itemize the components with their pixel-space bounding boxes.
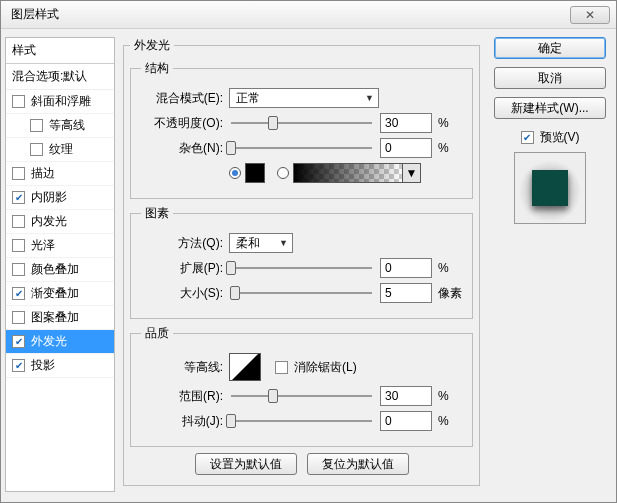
color-radio[interactable] [229,167,241,179]
close-icon: ✕ [585,8,595,22]
size-input[interactable]: 5 [380,283,432,303]
blend-mode-dropdown[interactable]: 正常 ▼ [229,88,379,108]
jitter-input[interactable]: 0 [380,411,432,431]
size-label: 大小(S): [141,285,229,302]
method-label: 方法(Q): [141,235,229,252]
cancel-button[interactable]: 取消 [494,67,606,89]
elements-legend: 图素 [141,205,173,222]
spread-input[interactable]: 0 [380,258,432,278]
style-item-outer-glow[interactable]: ✔外发光 [6,330,114,354]
style-item-inner-glow[interactable]: 内发光 [6,210,114,234]
style-item-gradient-overlay[interactable]: ✔渐变叠加 [6,282,114,306]
gradient-dropdown-button[interactable]: ▼ [403,163,421,183]
jitter-slider[interactable] [231,412,372,430]
opacity-label: 不透明度(O): [141,115,229,132]
noise-label: 杂色(N): [141,140,229,157]
style-item-contour[interactable]: 等高线 [6,114,114,138]
style-label: 内发光 [31,213,67,230]
preview-thumbnail [514,152,586,224]
opacity-input[interactable]: 30 [380,113,432,133]
main-panel: 外发光 结构 混合模式(E): 正常 ▼ 不透明度(O): 30 [115,37,488,492]
sidebar-header: 样式 [6,38,114,64]
style-item-color-overlay[interactable]: 颜色叠加 [6,258,114,282]
checkbox[interactable] [30,119,43,132]
color-swatch[interactable] [245,163,265,183]
right-column: 确定 取消 新建样式(W)... ✔ 预览(V) [488,37,606,492]
contour-label: 等高线: [141,359,229,376]
method-value: 柔和 [236,235,260,252]
style-item-inner-shadow[interactable]: ✔内阴影 [6,186,114,210]
style-label: 颜色叠加 [31,261,79,278]
style-item-pattern-overlay[interactable]: 图案叠加 [6,306,114,330]
method-dropdown[interactable]: 柔和 ▼ [229,233,293,253]
checkbox[interactable]: ✔ [12,287,25,300]
style-item-bevel[interactable]: 斜面和浮雕 [6,90,114,114]
set-default-button[interactable]: 设置为默认值 [195,453,297,475]
noise-unit: % [432,141,462,155]
noise-slider[interactable] [231,139,372,157]
reset-default-button[interactable]: 复位为默认值 [307,453,409,475]
checkbox[interactable] [12,167,25,180]
quality-legend: 品质 [141,325,173,342]
range-input[interactable]: 30 [380,386,432,406]
checkbox[interactable] [12,311,25,324]
gradient-swatch[interactable] [293,163,403,183]
spread-label: 扩展(P): [141,260,229,277]
style-label: 渐变叠加 [31,285,79,302]
checkbox[interactable] [12,239,25,252]
style-item-texture[interactable]: 纹理 [6,138,114,162]
range-slider[interactable] [231,387,372,405]
style-item-drop-shadow[interactable]: ✔投影 [6,354,114,378]
style-label: 图案叠加 [31,309,79,326]
preview-checkbox[interactable]: ✔ [521,131,534,144]
quality-group: 品质 等高线: 消除锯齿(L) 范围(R): 30 % [130,325,473,447]
style-item-satin[interactable]: 光泽 [6,234,114,258]
antialias-label: 消除锯齿(L) [294,359,357,376]
style-item-stroke[interactable]: 描边 [6,162,114,186]
chevron-down-icon: ▼ [279,238,288,248]
antialias-checkbox[interactable] [275,361,288,374]
styles-sidebar: 样式 混合选项:默认 斜面和浮雕 等高线 纹理 描边 ✔内阴影 内发光 光泽 颜… [5,37,115,492]
noise-input[interactable]: 0 [380,138,432,158]
outer-glow-group: 外发光 结构 混合模式(E): 正常 ▼ 不透明度(O): 30 [123,37,480,486]
preview-swatch [532,170,568,206]
range-unit: % [432,389,462,403]
gradient-radio[interactable] [277,167,289,179]
checkbox[interactable]: ✔ [12,191,25,204]
checkbox[interactable] [12,95,25,108]
size-unit: 像素 [432,285,462,302]
ok-button[interactable]: 确定 [494,37,606,59]
style-label: 描边 [31,165,55,182]
spread-slider[interactable] [231,259,372,277]
style-label: 内阴影 [31,189,67,206]
opacity-slider[interactable] [231,114,372,132]
chevron-down-icon: ▼ [365,93,374,103]
panel-title: 外发光 [130,37,174,54]
blend-options-default[interactable]: 混合选项:默认 [6,64,114,90]
checkbox[interactable]: ✔ [12,335,25,348]
close-button[interactable]: ✕ [570,6,610,24]
checkbox[interactable] [30,143,43,156]
spread-unit: % [432,261,462,275]
style-label: 等高线 [49,117,85,134]
window-title: 图层样式 [7,6,570,23]
structure-group: 结构 混合模式(E): 正常 ▼ 不透明度(O): 30 % [130,60,473,199]
style-label: 投影 [31,357,55,374]
chevron-down-icon: ▼ [406,166,418,180]
checkbox[interactable] [12,263,25,276]
size-slider[interactable] [231,284,372,302]
contour-picker[interactable] [229,353,261,381]
layer-style-dialog: 图层样式 ✕ 样式 混合选项:默认 斜面和浮雕 等高线 纹理 描边 ✔内阴影 内… [0,0,617,503]
range-label: 范围(R): [141,388,229,405]
checkbox[interactable] [12,215,25,228]
style-label: 外发光 [31,333,67,350]
style-label: 斜面和浮雕 [31,93,91,110]
style-label: 光泽 [31,237,55,254]
structure-legend: 结构 [141,60,173,77]
new-style-button[interactable]: 新建样式(W)... [494,97,606,119]
titlebar: 图层样式 ✕ [1,1,616,29]
jitter-unit: % [432,414,462,428]
style-label: 纹理 [49,141,73,158]
blend-mode-label: 混合模式(E): [141,90,229,107]
checkbox[interactable]: ✔ [12,359,25,372]
